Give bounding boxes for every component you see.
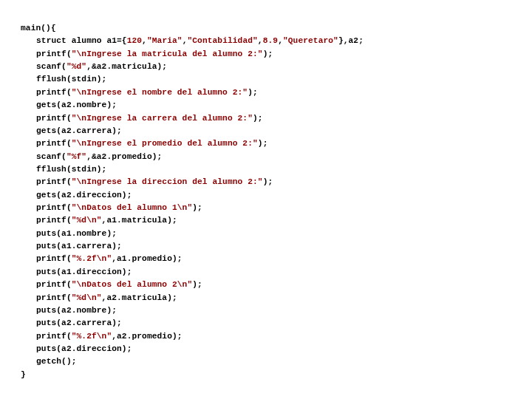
code-token-id: printf( bbox=[36, 177, 72, 186]
code-token-id: printf( bbox=[36, 280, 72, 289]
code-token-str: "\nIngrese el promedio del alumno 2:" bbox=[72, 139, 258, 148]
code-token-id: puts(a1.nombre); bbox=[36, 229, 117, 238]
code-line: fflush(stdin); bbox=[21, 73, 511, 86]
code-token-kw: main bbox=[21, 24, 41, 33]
code-line: printf("\nIngrese el promedio del alumno… bbox=[21, 137, 511, 150]
code-token-kw: struct alumno bbox=[36, 36, 106, 45]
code-token-id: ,&a2.promedio); bbox=[86, 152, 162, 161]
code-token-num: 120 bbox=[127, 36, 142, 45]
code-token-id: ,a1.matricula); bbox=[102, 216, 177, 225]
code-token-id: puts(a1.direccion); bbox=[36, 267, 132, 276]
code-line: printf("%.2f\n",a1.promedio); bbox=[21, 253, 511, 265]
code-line: puts(a2.carrera); bbox=[21, 317, 511, 330]
code-token-str: "%.2f\n" bbox=[72, 332, 112, 341]
code-token-id: a1={ bbox=[106, 36, 126, 45]
code-token-id: ); bbox=[263, 50, 273, 58]
code-line: scanf("%f",&a2.promedio); bbox=[21, 151, 511, 163]
code-line: puts(a2.nombre); bbox=[21, 304, 511, 317]
code-line: printf("%.2f\n",a2.promedio); bbox=[21, 330, 511, 343]
code-token-str: "%f" bbox=[66, 152, 86, 161]
code-line: getch(); bbox=[21, 355, 511, 368]
code-token-str: "%d" bbox=[66, 62, 86, 71]
code-token-id: gets(a2.carrera); bbox=[36, 126, 122, 135]
code-line: printf("\nIngrese la carrera del alumno … bbox=[21, 112, 511, 125]
code-token-id: } bbox=[21, 370, 26, 379]
code-token-id: ); bbox=[263, 177, 273, 186]
code-token-id: ,a2.promedio); bbox=[112, 332, 182, 341]
code-token-id: printf( bbox=[36, 216, 72, 225]
code-token-id: puts(a2.nombre); bbox=[36, 306, 117, 315]
code-token-id: ); bbox=[248, 88, 258, 97]
code-token-str: "\nIngrese el nombre del alumno 2:" bbox=[72, 88, 248, 97]
code-token-id: printf( bbox=[36, 203, 72, 212]
code-token-id: printf( bbox=[36, 332, 72, 341]
code-line: puts(a1.nombre); bbox=[21, 228, 511, 240]
code-token-str: "\nIngrese la direccion del alumno 2:" bbox=[72, 177, 263, 186]
code-token-str: "\nDatos del alumno 1\n" bbox=[72, 203, 193, 212]
code-token-id: , bbox=[278, 36, 283, 45]
code-token-id: printf( bbox=[36, 114, 72, 123]
code-token-id: printf( bbox=[36, 254, 72, 263]
code-token-str: "\nIngrese la carrera del alumno 2:" bbox=[72, 114, 253, 123]
code-block: main(){struct alumno a1={120,"Maria","Co… bbox=[21, 22, 511, 381]
code-token-id: ); bbox=[258, 139, 268, 148]
code-token-str: "%d\n" bbox=[72, 293, 102, 302]
code-token-id: printf( bbox=[36, 293, 72, 302]
code-line: printf("\nIngrese el nombre del alumno 2… bbox=[21, 86, 511, 99]
code-token-id: scanf( bbox=[36, 62, 66, 71]
code-token-str: "\nIngrese la matricula del alumno 2:" bbox=[72, 50, 263, 58]
code-token-id: gets(a2.nombre); bbox=[36, 100, 117, 109]
code-line: printf("\nIngrese la direccion del alumn… bbox=[21, 176, 511, 188]
code-token-id: ,a2.matricula); bbox=[102, 293, 177, 302]
code-line: puts(a2.direccion); bbox=[21, 343, 511, 355]
code-token-id: fflush(stdin); bbox=[36, 75, 106, 83]
code-token-id: ); bbox=[192, 280, 202, 289]
code-token-id: , bbox=[258, 36, 263, 45]
code-token-id: },a2; bbox=[338, 36, 364, 45]
code-token-id: scanf( bbox=[36, 152, 66, 161]
code-token-str: "Maria" bbox=[147, 36, 183, 45]
code-token-id: ,a1.promedio); bbox=[112, 254, 182, 263]
code-line: printf("\nDatos del alumno 1\n"); bbox=[21, 202, 511, 214]
code-line: printf("\nDatos del alumno 2\n"); bbox=[21, 279, 511, 291]
code-token-id: printf( bbox=[36, 139, 72, 148]
code-token-id: (){ bbox=[41, 24, 55, 33]
code-line: scanf("%d",&a2.matricula); bbox=[21, 61, 511, 73]
code-line: fflush(stdin); bbox=[21, 163, 511, 176]
code-token-str: "%d\n" bbox=[72, 216, 102, 225]
code-token-id: puts(a2.carrera); bbox=[36, 318, 122, 327]
code-line: struct alumno a1={120,"Maria","Contabili… bbox=[21, 35, 511, 47]
code-line: printf("\nIngrese la matricula del alumn… bbox=[21, 48, 511, 61]
code-line: puts(a1.carrera); bbox=[21, 240, 511, 253]
code-line: puts(a1.direccion); bbox=[21, 266, 511, 279]
code-token-str: "Contabilidad" bbox=[187, 36, 257, 45]
code-line: gets(a2.nombre); bbox=[21, 99, 511, 112]
code-token-id: ); bbox=[253, 114, 263, 123]
code-token-id: printf( bbox=[36, 50, 72, 58]
code-line: gets(a2.direccion); bbox=[21, 189, 511, 202]
code-token-id: ); bbox=[192, 203, 202, 212]
code-token-str: "\nDatos del alumno 2\n" bbox=[72, 280, 193, 289]
code-token-id: getch(); bbox=[36, 357, 77, 366]
code-token-str: "Queretaro" bbox=[283, 36, 338, 45]
code-line: printf("%d\n",a1.matricula); bbox=[21, 214, 511, 227]
code-token-num: 8.9 bbox=[263, 36, 278, 45]
code-token-str: "%.2f\n" bbox=[72, 254, 112, 263]
code-token-id: ,&a2.matricula); bbox=[86, 62, 167, 71]
code-token-id: gets(a2.direccion); bbox=[36, 191, 132, 200]
code-token-id: , bbox=[142, 36, 147, 45]
code-token-id: printf( bbox=[36, 88, 72, 97]
code-token-id: fflush(stdin); bbox=[36, 165, 106, 174]
code-line: gets(a2.carrera); bbox=[21, 125, 511, 137]
code-line: } bbox=[21, 369, 511, 381]
code-token-id: puts(a1.carrera); bbox=[36, 242, 122, 250]
code-line: printf("%d\n",a2.matricula); bbox=[21, 292, 511, 304]
code-line: main(){ bbox=[21, 22, 511, 35]
code-token-id: puts(a2.direccion); bbox=[36, 344, 132, 353]
